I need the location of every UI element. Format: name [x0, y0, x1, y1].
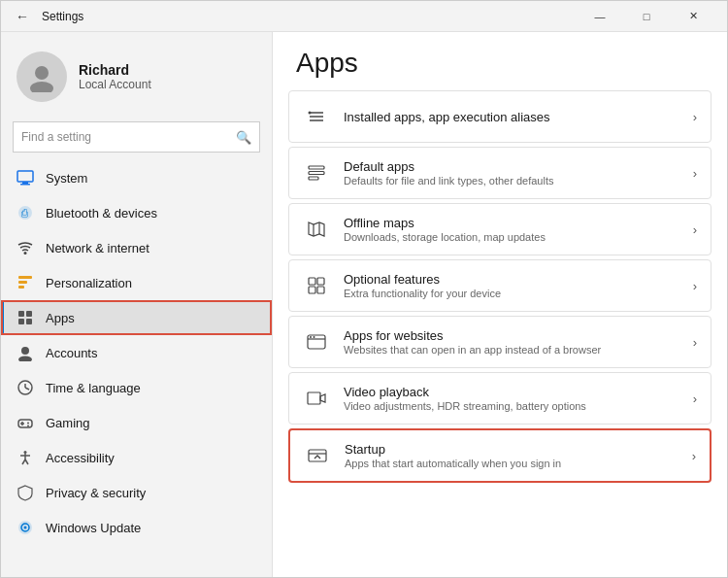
search-box[interactable]: 🔍	[13, 121, 260, 153]
svg-point-23	[27, 423, 29, 425]
map-icon	[303, 216, 330, 243]
svg-rect-38	[309, 172, 324, 175]
installed-apps-text: Installed apps, app execution aliases	[344, 110, 679, 124]
video-playback-title: Video playback	[344, 385, 679, 399]
setting-item-installed-apps[interactable]: Installed apps, app execution aliases ›	[288, 90, 711, 143]
apps-websites-text: Apps for websites Websites that can open…	[344, 328, 679, 356]
default-apps-title: Default apps	[344, 159, 679, 174]
svg-rect-4	[20, 184, 30, 186]
setting-item-optional-features[interactable]: Optional features Extra functionality fo…	[288, 259, 711, 312]
chevron-right-icon: ›	[693, 110, 697, 124]
svg-rect-9	[18, 281, 27, 284]
sidebar-item-time[interactable]: Time & language	[1, 370, 272, 405]
svg-marker-52	[320, 394, 325, 402]
back-button[interactable]: ←	[13, 7, 32, 26]
web-icon	[303, 328, 330, 356]
setting-item-startup[interactable]: Startup Apps that start automatically wh…	[288, 428, 711, 483]
avatar	[17, 51, 67, 102]
startup-icon	[304, 442, 331, 469]
chevron-right-icon-3: ›	[693, 222, 697, 237]
main-header: Apps	[273, 32, 727, 86]
svg-rect-2	[17, 171, 33, 182]
sidebar-item-accounts[interactable]: Accounts	[1, 335, 272, 370]
sidebar-item-network[interactable]: Network & internet	[1, 230, 272, 265]
grid-icon	[303, 103, 330, 130]
minimize-button[interactable]: —	[578, 1, 622, 32]
chevron-right-icon-2: ›	[693, 166, 697, 181]
svg-rect-13	[18, 319, 24, 324]
setting-item-default-apps[interactable]: Default apps Defaults for file and link …	[288, 147, 711, 199]
sidebar-item-system-label: System	[46, 171, 87, 186]
network-icon	[17, 239, 34, 256]
list-icon	[303, 159, 330, 187]
apps-icon	[17, 309, 34, 326]
setting-item-offline-maps[interactable]: Offline maps Downloads, storage location…	[288, 203, 711, 255]
sidebar: Richard Local Account 🔍	[1, 32, 273, 577]
window-title: Settings	[42, 10, 578, 23]
main-panel: Apps Installed apps, app execution	[273, 32, 727, 577]
optional-icon	[303, 272, 330, 299]
startup-desc: Apps that start automatically when you s…	[345, 458, 678, 469]
chevron-right-icon-7: ›	[692, 449, 696, 463]
clock-icon	[17, 379, 34, 396]
system-icon	[17, 169, 34, 187]
apps-websites-desc: Websites that can open in an app instead…	[344, 344, 679, 356]
user-profile[interactable]: Richard Local Account	[1, 32, 272, 118]
installed-apps-title: Installed apps, app execution aliases	[344, 110, 679, 124]
svg-point-1	[30, 82, 53, 92]
video-icon	[303, 385, 330, 412]
svg-rect-43	[309, 278, 315, 285]
sidebar-item-network-label: Network & internet	[46, 241, 149, 255]
maximize-button[interactable]: □	[624, 1, 669, 32]
sidebar-item-windows-update[interactable]: Windows Update	[1, 510, 272, 545]
startup-text: Startup Apps that start automatically wh…	[345, 442, 678, 469]
gaming-icon	[17, 414, 34, 431]
sidebar-item-bluetooth-label: Bluetooth & devices	[46, 206, 157, 221]
title-bar: ← Settings — □ ✕	[1, 1, 727, 32]
sidebar-item-windows-update-label: Windows Update	[46, 521, 141, 535]
svg-rect-46	[317, 287, 324, 293]
chevron-right-icon-4: ›	[693, 279, 697, 293]
offline-maps-text: Offline maps Downloads, storage location…	[344, 216, 679, 243]
bluetooth-icon: ⎙	[17, 204, 34, 221]
optional-features-desc: Extra functionality for your device	[344, 288, 679, 299]
sidebar-item-bluetooth[interactable]: ⎙ Bluetooth & devices	[1, 195, 272, 230]
svg-rect-44	[317, 278, 324, 285]
user-info: Richard Local Account	[79, 62, 151, 91]
chevron-right-icon-5: ›	[693, 335, 697, 350]
svg-point-32	[24, 527, 27, 529]
page-title: Apps	[296, 48, 704, 79]
setting-item-video-playback[interactable]: Video playback Video adjustments, HDR st…	[288, 372, 711, 425]
svg-rect-51	[308, 392, 320, 404]
svg-line-28	[22, 459, 25, 464]
svg-point-36	[309, 112, 312, 115]
sidebar-item-accessibility[interactable]: Accessibility	[1, 440, 272, 475]
sidebar-item-system[interactable]: System	[1, 160, 272, 195]
svg-text:⎙: ⎙	[21, 207, 28, 219]
default-apps-desc: Defaults for file and link types, other …	[344, 175, 679, 187]
close-button[interactable]: ✕	[671, 1, 715, 32]
sidebar-item-privacy[interactable]: Privacy & security	[1, 475, 272, 510]
svg-rect-45	[309, 287, 315, 293]
sidebar-item-time-label: Time & language	[46, 381, 141, 395]
search-icon: 🔍	[236, 130, 251, 145]
svg-point-49	[310, 336, 312, 338]
video-playback-text: Video playback Video adjustments, HDR st…	[344, 385, 679, 412]
svg-rect-14	[26, 319, 32, 324]
optional-features-text: Optional features Extra functionality fo…	[344, 272, 679, 299]
user-name: Richard	[79, 62, 151, 78]
svg-point-50	[314, 336, 315, 338]
sidebar-item-accessibility-label: Accessibility	[46, 451, 115, 465]
content-area: Richard Local Account 🔍	[1, 32, 727, 577]
sidebar-item-personalization[interactable]: Personalization	[1, 265, 272, 300]
svg-point-25	[24, 451, 27, 454]
setting-item-apps-websites[interactable]: Apps for websites Websites that can open…	[288, 316, 711, 368]
svg-point-24	[27, 425, 29, 427]
svg-line-29	[25, 459, 28, 464]
offline-maps-title: Offline maps	[344, 216, 679, 230]
svg-rect-8	[18, 276, 32, 279]
sidebar-item-gaming[interactable]: Gaming	[1, 405, 272, 440]
sidebar-item-apps[interactable]: Apps	[1, 300, 272, 335]
search-input[interactable]	[21, 130, 236, 144]
shield-icon	[17, 484, 34, 501]
